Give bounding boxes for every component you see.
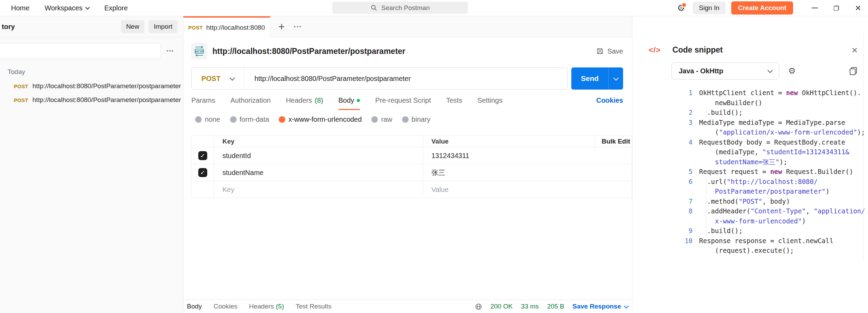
status-badge[interactable]: 200 OK — [490, 303, 513, 310]
tab-count: (5) — [276, 303, 284, 310]
key-placeholder-cell[interactable]: Key — [214, 181, 423, 198]
response-time[interactable]: 33 ms — [521, 303, 539, 310]
tab-pre-request-script[interactable]: Pre-request Script — [375, 96, 431, 110]
filter-icon — [0, 48, 161, 54]
history-more-icon[interactable]: ••• — [166, 48, 174, 54]
select-all-cell — [191, 136, 214, 147]
body-mode-raw[interactable]: raw — [371, 116, 392, 123]
response-tab-test-results[interactable]: Test Results — [296, 303, 331, 310]
nav-item-home[interactable]: Home — [11, 4, 29, 12]
code-text: studentName=张三"); — [699, 157, 787, 167]
response-tab-headers[interactable]: Headers(5) — [249, 303, 284, 310]
history-url: http://localhost:8080/PostParameter/post… — [32, 82, 181, 90]
response-size[interactable]: 205 B — [547, 303, 564, 310]
code-settings-icon[interactable]: ⚙ — [788, 67, 796, 75]
value-cell[interactable]: 张三 — [423, 164, 632, 181]
radio-unselected-icon — [371, 116, 378, 123]
tab-body[interactable]: Body — [338, 96, 360, 110]
create-account-button[interactable]: Create Account — [731, 1, 793, 15]
request-title-row: HTTP http://localhost:8080/PostParameter… — [191, 43, 623, 59]
copy-icon[interactable] — [850, 67, 857, 75]
code-editor[interactable]: 1OkHttpClient client = new OkHttpClient(… — [632, 88, 868, 313]
history-item[interactable]: POSThttp://localhost:8080/PostParameter/… — [0, 93, 183, 107]
main-row: tory New Import ••• Today POSThttp://loc… — [0, 16, 868, 313]
checkbox-cell — [191, 181, 214, 198]
code-line: (request).execute(); — [632, 246, 868, 256]
nav-label: Explore — [104, 4, 128, 12]
response-tab-body[interactable]: Body — [187, 303, 202, 310]
checkbox-checked[interactable]: ✓ — [198, 168, 207, 177]
request-title: http://localhost:8080/PostParameter/post… — [212, 47, 406, 56]
main-nav: HomeWorkspacesExplore — [11, 4, 128, 12]
line-number — [673, 147, 693, 157]
tab-headers[interactable]: Headers(8) — [286, 96, 323, 110]
value-cell[interactable]: 1312434311 — [423, 147, 632, 164]
key-cell[interactable]: studentName — [214, 164, 423, 181]
tab-options-icon[interactable]: ••• — [294, 16, 302, 37]
line-number: 1 — [673, 88, 693, 98]
code-snippet-controls: Java - OkHttp ⚙ — [671, 62, 857, 80]
sign-in-button[interactable]: Sign In — [693, 2, 726, 14]
spacer — [183, 198, 632, 300]
code-line: ("application/x-www-form-urlencoded"); — [632, 127, 868, 137]
line-number: 3 — [673, 118, 693, 128]
response-tab-cookies[interactable]: Cookies — [213, 303, 237, 310]
save-response-button[interactable]: Save Response — [573, 303, 628, 310]
line-number: 2 — [673, 108, 693, 118]
body-mode-none[interactable]: none — [195, 116, 220, 123]
checkbox-checked[interactable]: ✓ — [198, 151, 207, 160]
language-dropdown[interactable]: Java - OkHttp — [671, 62, 779, 80]
line-number — [673, 157, 693, 167]
tab-params[interactable]: Params — [191, 96, 215, 110]
maximize-icon[interactable] — [834, 6, 839, 11]
add-tab-button[interactable]: + — [275, 16, 288, 37]
code-snippet-header: </> Code snippet × — [649, 45, 858, 55]
code-line: PostParameter/postparameter") — [632, 186, 868, 196]
history-section-label: Today — [8, 68, 183, 76]
nav-item-explore[interactable]: Explore — [104, 4, 128, 12]
method-label: POST — [201, 75, 221, 83]
close-panel-icon[interactable]: × — [851, 47, 858, 54]
send-button[interactable]: Send — [571, 67, 623, 90]
import-button[interactable]: Import — [149, 20, 178, 33]
history-filter-input[interactable] — [0, 43, 161, 58]
method-dropdown[interactable]: POST — [192, 68, 244, 89]
unsaved-dot — [357, 99, 360, 102]
code-line: 10Response response = client.newCall — [632, 236, 868, 246]
key-cell[interactable]: studentId — [214, 147, 423, 164]
url-input[interactable] — [244, 68, 567, 89]
code-text: Request request = new Request.Builder() — [699, 167, 853, 177]
code-text: .build(); — [699, 226, 743, 236]
value-placeholder-cell[interactable]: Value — [423, 181, 632, 198]
code-text: .url("http://localhost:8080/ — [699, 177, 818, 187]
body-mode-x-www-form-urlencoded[interactable]: x-www-form-urlencoded — [279, 116, 362, 123]
search-placeholder: Search Postman — [381, 4, 430, 12]
tab-label: Pre-request Script — [375, 96, 431, 104]
body-mode-form-data[interactable]: form-data — [230, 116, 269, 123]
table-header-row: Key Value Bulk Edit — [191, 136, 632, 147]
history-item[interactable]: POSThttp://localhost:8080/PostParameter/… — [0, 79, 183, 93]
nav-item-workspaces[interactable]: Workspaces — [45, 4, 89, 12]
settings-gear-icon[interactable]: ⚙ — [677, 3, 685, 12]
tab-label: http://localhost:8080/Po — [206, 24, 265, 31]
tab-settings[interactable]: Settings — [477, 96, 502, 110]
window-controls: × — [812, 5, 861, 11]
line-number: 9 — [673, 226, 693, 236]
send-options-chevron[interactable] — [609, 67, 623, 90]
tab-label: Cookies — [213, 303, 237, 310]
bulk-edit-button[interactable]: Bulk Edit — [595, 136, 632, 147]
code-line: newBuilder() — [632, 98, 868, 108]
notification-dot — [681, 2, 687, 8]
global-search[interactable]: Search Postman — [332, 2, 468, 14]
line-number — [673, 127, 693, 137]
request-tab-active[interactable]: POST http://localhost:8080/Po — [183, 16, 270, 37]
cookies-link[interactable]: Cookies — [596, 96, 623, 110]
chevron-down-icon — [624, 304, 629, 309]
new-button[interactable]: New — [121, 20, 144, 33]
tab-authorization[interactable]: Authorization — [230, 96, 271, 110]
body-mode-binary[interactable]: binary — [402, 116, 430, 123]
tab-tests[interactable]: Tests — [446, 96, 462, 110]
save-button[interactable]: Save — [596, 47, 623, 55]
minimize-icon[interactable] — [812, 8, 818, 8]
close-window-icon[interactable]: × — [855, 5, 861, 11]
